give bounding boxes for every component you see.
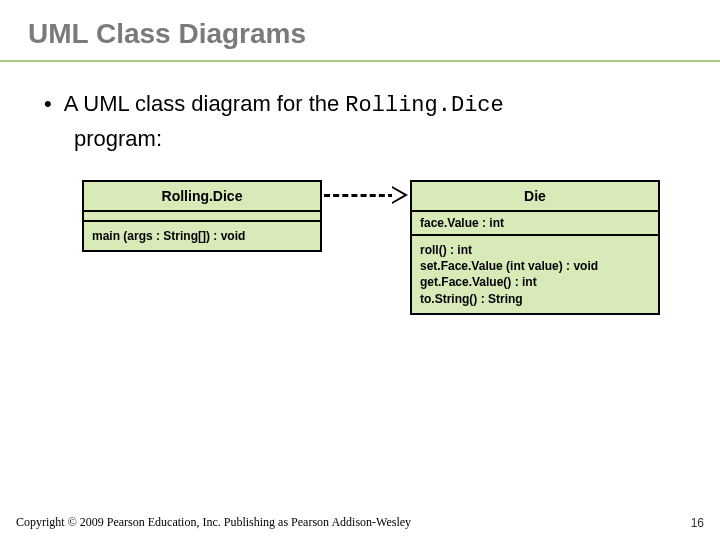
bullet-row: • A UML class diagram for the Rolling.Di… [44, 90, 676, 120]
bullet-code: Rolling.Dice [345, 93, 503, 118]
uml-diagram: Rolling.Dice main (args : String[]) : vo… [44, 180, 676, 400]
title-bar: UML Class Diagrams [0, 0, 720, 62]
uml-op: to.String() : String [420, 291, 650, 307]
bullet-suffix: program: [44, 126, 676, 152]
uml-op: get.Face.Value() : int [420, 274, 650, 290]
uml-class-operations: roll() : int set.Face.Value (int value) … [412, 236, 658, 313]
uml-class-rollingdice: Rolling.Dice main (args : String[]) : vo… [82, 180, 322, 252]
footer: Copyright © 2009 Pearson Education, Inc.… [16, 515, 704, 530]
uml-class-operations: main (args : String[]) : void [84, 222, 320, 250]
uml-class-name: Die [412, 182, 658, 212]
bullet-text: A UML class diagram for the Rolling.Dice [64, 90, 504, 120]
copyright-text: Copyright © 2009 Pearson Education, Inc.… [16, 515, 411, 530]
uml-op: main (args : String[]) : void [92, 228, 312, 244]
bullet-dot: • [44, 90, 52, 118]
uml-op: set.Face.Value (int value) : void [420, 258, 650, 274]
uml-class-die: Die face.Value : int roll() : int set.Fa… [410, 180, 660, 315]
uml-class-attributes [84, 212, 320, 222]
page-title: UML Class Diagrams [28, 18, 692, 50]
bullet-prefix: A UML class diagram for the [64, 91, 346, 116]
dependency-arrow-inner [392, 188, 404, 202]
uml-op: roll() : int [420, 242, 650, 258]
dependency-line [324, 194, 394, 197]
content-area: • A UML class diagram for the Rolling.Di… [0, 62, 720, 400]
uml-class-attributes: face.Value : int [412, 212, 658, 236]
uml-class-name: Rolling.Dice [84, 182, 320, 212]
page-number: 16 [691, 516, 704, 530]
